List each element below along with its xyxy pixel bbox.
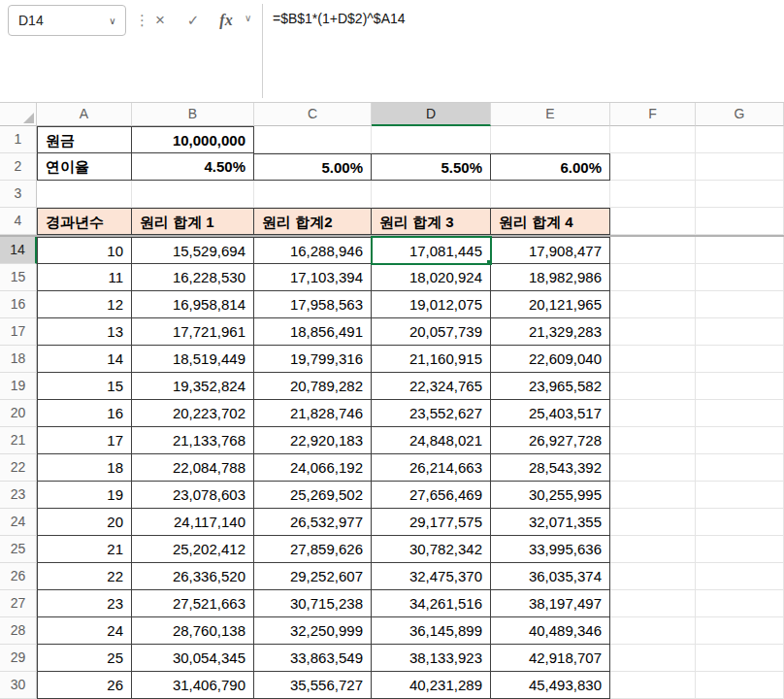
- cell-C23[interactable]: 25,269,502: [254, 482, 372, 509]
- cell-B25[interactable]: 25,202,412: [132, 536, 254, 563]
- cell-D27[interactable]: 34,261,516: [372, 590, 491, 617]
- cell-D26[interactable]: 32,475,370: [372, 563, 491, 590]
- cell-E3[interactable]: [491, 181, 610, 208]
- row-header-21[interactable]: 21: [0, 427, 37, 454]
- cell-E27[interactable]: 38,197,497: [491, 590, 610, 617]
- cell-B29[interactable]: 30,054,345: [132, 645, 254, 672]
- cell-E1[interactable]: [491, 126, 610, 153]
- row-header-23[interactable]: 23: [0, 482, 37, 509]
- cell-A30[interactable]: 26: [37, 672, 132, 699]
- cell-A1[interactable]: 원금: [37, 126, 132, 153]
- cell-E23[interactable]: 30,255,995: [491, 482, 610, 509]
- column-header-D[interactable]: D: [372, 103, 491, 126]
- cell-A26[interactable]: 22: [37, 563, 132, 590]
- cell-D4[interactable]: 원리 합계 3: [372, 208, 491, 235]
- column-header-A[interactable]: A: [37, 103, 132, 126]
- cell-C24[interactable]: 26,532,977: [254, 509, 372, 536]
- cell-B18[interactable]: 18,519,449: [132, 346, 254, 373]
- cell-F25[interactable]: [610, 536, 696, 563]
- cell-E17[interactable]: 21,329,283: [491, 318, 610, 346]
- cell-G18[interactable]: [696, 346, 784, 373]
- cell-F19[interactable]: [610, 373, 696, 400]
- cell-B21[interactable]: 21,133,768: [132, 427, 254, 454]
- name-box-dropdown-icon[interactable]: ∨: [100, 6, 125, 35]
- cell-D16[interactable]: 19,012,075: [372, 291, 491, 318]
- cell-C2[interactable]: 5.00%: [254, 153, 372, 181]
- cell-A18[interactable]: 14: [37, 346, 132, 373]
- cell-E21[interactable]: 26,927,728: [491, 427, 610, 454]
- cell-G24[interactable]: [696, 509, 784, 536]
- cell-E20[interactable]: 25,403,517: [491, 400, 610, 427]
- cell-A3[interactable]: [37, 181, 132, 208]
- cell-F24[interactable]: [610, 509, 696, 536]
- cell-B4[interactable]: 원리 합계 1: [132, 208, 254, 235]
- cell-D23[interactable]: 27,656,469: [372, 482, 491, 509]
- row-header-15[interactable]: 15: [0, 264, 37, 291]
- row-header-3[interactable]: 3: [0, 181, 37, 208]
- cell-B30[interactable]: 31,406,790: [132, 672, 254, 699]
- row-header-20[interactable]: 20: [0, 400, 37, 427]
- cell-B20[interactable]: 20,223,702: [132, 400, 254, 427]
- cell-C19[interactable]: 20,789,282: [254, 373, 372, 400]
- row-header-29[interactable]: 29: [0, 645, 37, 672]
- cell-G22[interactable]: [696, 454, 784, 482]
- row-header-27[interactable]: 27: [0, 590, 37, 617]
- cell-E30[interactable]: 45,493,830: [491, 672, 610, 699]
- cell-A23[interactable]: 19: [37, 482, 132, 509]
- cell-F29[interactable]: [610, 645, 696, 672]
- cell-C17[interactable]: 18,856,491: [254, 318, 372, 346]
- cell-G25[interactable]: [696, 536, 784, 563]
- cell-F3[interactable]: [610, 181, 696, 208]
- cell-A27[interactable]: 23: [37, 590, 132, 617]
- insert-function-icon[interactable]: fx: [212, 6, 241, 35]
- cancel-icon[interactable]: ×: [146, 6, 175, 35]
- cell-A16[interactable]: 12: [37, 291, 132, 318]
- cell-E18[interactable]: 22,609,040: [491, 346, 610, 373]
- cell-C1[interactable]: [254, 126, 372, 153]
- cell-E15[interactable]: 18,982,986: [491, 264, 610, 291]
- cell-C3[interactable]: [254, 181, 372, 208]
- cell-C20[interactable]: 21,828,746: [254, 400, 372, 427]
- cell-D25[interactable]: 30,782,342: [372, 536, 491, 563]
- cell-E19[interactable]: 23,965,582: [491, 373, 610, 400]
- cell-G2[interactable]: [696, 153, 784, 181]
- cell-B22[interactable]: 22,084,788: [132, 454, 254, 482]
- cell-A19[interactable]: 15: [37, 373, 132, 400]
- cell-F21[interactable]: [610, 427, 696, 454]
- cell-F4[interactable]: [610, 208, 696, 235]
- cell-F26[interactable]: [610, 563, 696, 590]
- cell-D29[interactable]: 38,133,923: [372, 645, 491, 672]
- cell-G17[interactable]: [696, 318, 784, 346]
- column-header-F[interactable]: F: [610, 103, 696, 126]
- cell-G27[interactable]: [696, 590, 784, 617]
- cell-D17[interactable]: 20,057,739: [372, 318, 491, 346]
- row-header-22[interactable]: 22: [0, 454, 37, 482]
- cell-D30[interactable]: 40,231,289: [372, 672, 491, 699]
- cell-E25[interactable]: 33,995,636: [491, 536, 610, 563]
- cell-C27[interactable]: 30,715,238: [254, 590, 372, 617]
- enter-icon[interactable]: ✓: [179, 6, 208, 35]
- cell-D20[interactable]: 23,552,627: [372, 400, 491, 427]
- cell-B26[interactable]: 26,336,520: [132, 563, 254, 590]
- cell-G30[interactable]: [696, 672, 784, 699]
- cell-A24[interactable]: 20: [37, 509, 132, 536]
- cell-C4[interactable]: 원리 합계2: [254, 208, 372, 235]
- cell-G15[interactable]: [696, 264, 784, 291]
- cell-C14[interactable]: 16,288,946: [254, 237, 372, 264]
- cell-G29[interactable]: [696, 645, 784, 672]
- row-header-26[interactable]: 26: [0, 563, 37, 590]
- cell-F15[interactable]: [610, 264, 696, 291]
- cell-G20[interactable]: [696, 400, 784, 427]
- cell-D21[interactable]: 24,848,021: [372, 427, 491, 454]
- cell-A17[interactable]: 13: [37, 318, 132, 346]
- selection-fill-handle[interactable]: [486, 259, 491, 264]
- cell-F23[interactable]: [610, 482, 696, 509]
- formula-bar-dropdown-icon[interactable]: ∨: [245, 13, 251, 23]
- cell-A29[interactable]: 25: [37, 645, 132, 672]
- cell-F16[interactable]: [610, 291, 696, 318]
- row-header-1[interactable]: 1: [0, 126, 37, 153]
- cell-B28[interactable]: 28,760,138: [132, 617, 254, 645]
- cell-B23[interactable]: 23,078,603: [132, 482, 254, 509]
- cell-E14[interactable]: 17,908,477: [491, 237, 610, 264]
- cell-C15[interactable]: 17,103,394: [254, 264, 372, 291]
